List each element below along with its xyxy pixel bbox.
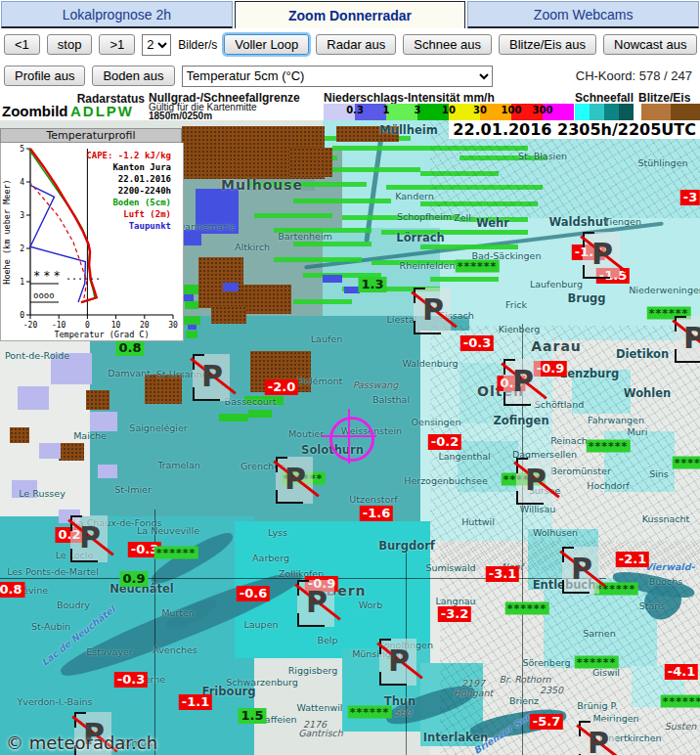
profile-toggle-button[interactable]: Profile aus xyxy=(4,66,85,86)
profile-station-icon[interactable]: P xyxy=(503,359,541,406)
svg-text:CAPE: -1.2 kJ/kg: CAPE: -1.2 kJ/kg xyxy=(86,151,171,160)
place-label: Schöftland xyxy=(535,399,585,410)
nowcast-stripe xyxy=(430,277,499,282)
radar-patch-blue xyxy=(223,283,239,291)
intensity-tick-label: 30 xyxy=(473,105,487,115)
temperature-readout-positive: 1.3 xyxy=(358,277,386,292)
place-label: Laupen xyxy=(243,619,278,630)
step-forward-button[interactable]: >1 xyxy=(99,34,135,55)
place-label: Herzogenbuchsee xyxy=(404,475,488,486)
nowcast-stripe xyxy=(274,257,362,262)
schneefall-colorbar xyxy=(575,104,634,120)
stop-button[interactable]: stop xyxy=(47,34,93,55)
intensity-colorbar: 0.3131030100300 xyxy=(324,104,574,120)
temperature-readout: -5.7 xyxy=(530,714,563,730)
map-center-crosshair xyxy=(327,414,372,459)
intensity-tick-label: 0.3 xyxy=(346,105,364,115)
radar-patch-green xyxy=(185,301,198,309)
place-label: St. Blasien xyxy=(518,151,567,161)
radar-patch-brown xyxy=(10,427,29,443)
radar-patch-lav xyxy=(18,386,49,410)
voller-loop-button[interactable]: Voller Loop xyxy=(224,34,309,55)
ch-koord-label: CH-Koord: 578 / 247 xyxy=(576,68,696,83)
intensity-tick-label: 3 xyxy=(415,105,421,115)
tab-lokalprognose[interactable]: Lokalprognose 2h xyxy=(1,1,233,28)
place-label: Rheinfelden xyxy=(400,260,456,271)
radar-map[interactable]: 22.01.2016 2305h/2205UTC Temperaturprofi… xyxy=(0,120,700,755)
profile-station-icon[interactable]: P xyxy=(562,547,599,594)
boden-toggle-button[interactable]: Boden aus xyxy=(92,66,174,86)
nowcast-stripe xyxy=(420,244,518,249)
blitze-eis-toggle-button[interactable]: Blitze/Eis aus xyxy=(499,34,596,55)
copyright-link[interactable]: © meteoradar.ch xyxy=(6,733,157,753)
place-label: Muri xyxy=(628,426,648,437)
profile-station-icon[interactable]: P xyxy=(297,580,334,627)
radar-status-letters: ADLPW xyxy=(70,103,134,119)
step-back-button[interactable]: <1 xyxy=(4,34,40,55)
place-label: Reinach xyxy=(550,435,588,446)
radar-patch-brown xyxy=(86,390,109,410)
svg-text:5: 5 xyxy=(20,145,24,154)
blitze-segment xyxy=(641,104,671,120)
profile-station-icon[interactable]: P xyxy=(276,457,313,504)
profile-p-glyph: P xyxy=(388,644,410,678)
temperature-readout: -0.3 xyxy=(460,335,494,351)
svg-text:2200-2240h: 2200-2240h xyxy=(118,186,171,196)
profile-station-icon[interactable]: P xyxy=(193,354,230,401)
place-label: Buochs xyxy=(649,576,683,587)
layer-select[interactable]: Temperatur 5cm (°C) xyxy=(182,66,493,87)
fps-select[interactable]: 2 xyxy=(142,34,171,56)
svg-text:***: *** xyxy=(33,269,64,283)
place-label: Saignelégier xyxy=(129,422,187,433)
place-label: Brugg xyxy=(567,291,605,305)
place-label: Müllheim xyxy=(379,123,437,137)
radar-patch-lav xyxy=(90,412,117,431)
nowcast-toggle-button[interactable]: Nowcast aus xyxy=(603,34,697,55)
temperature-readout: -3.1 xyxy=(486,566,519,582)
profile-station-icon[interactable]: P xyxy=(583,232,620,279)
place-label: Yverdon-l.-Bains xyxy=(18,696,93,707)
profile-station-icon[interactable]: P xyxy=(414,288,451,334)
tab-zoom-webcams[interactable]: Zoom Webcams xyxy=(467,1,699,28)
place-label: Moutier xyxy=(288,428,324,439)
snow-symbol-marker: ****** xyxy=(505,602,549,615)
profile-station-icon[interactable]: P xyxy=(516,458,553,505)
place-label: Bartenheim xyxy=(278,231,332,242)
place-label: Boudry xyxy=(57,600,90,610)
tab-zoom-donnerradar[interactable]: Zoom Donnerradar xyxy=(235,1,466,28)
profile-station-icon[interactable]: P xyxy=(579,721,616,755)
snow-symbol-marker: ****** xyxy=(587,440,631,453)
place-label: Kienberg xyxy=(499,324,540,334)
tab-label: Zoom Webcams xyxy=(534,7,634,22)
radar-patch-brown xyxy=(241,285,291,314)
map-datetime: 22.01.2016 2305h/2205UTC xyxy=(449,120,700,139)
place-label: Niederweningen xyxy=(629,285,700,295)
place-label: Pont-de-Roide xyxy=(5,350,69,361)
radar-toggle-button[interactable]: Radar aus xyxy=(316,34,396,55)
place-label: Waldshut xyxy=(549,215,609,229)
place-label: Sins xyxy=(649,468,669,479)
svg-text:2: 2 xyxy=(20,244,24,253)
profile-inset-title: Temperaturprofil xyxy=(0,128,182,143)
place-label: Tiengen xyxy=(604,216,641,227)
crosshair-circle xyxy=(329,417,374,462)
temperature-readout: -3 xyxy=(680,190,700,205)
snow-symbol-marker: ****** xyxy=(456,260,500,273)
temperature-readout: -2.1 xyxy=(616,552,649,567)
nowcast-stripe xyxy=(254,213,332,218)
intensity-tick-label: 100 xyxy=(502,105,522,115)
place-label: Worb xyxy=(359,600,383,610)
schneefall-segment xyxy=(590,104,604,120)
intensity-title: Niederschlags-Intensität mm/h xyxy=(324,91,495,105)
place-label: Aarau xyxy=(531,338,582,354)
profile-station-icon[interactable]: P xyxy=(70,515,108,562)
schnee-toggle-button[interactable]: Schnee aus xyxy=(403,34,492,55)
temperature-readout-positive: 1.5 xyxy=(238,708,266,724)
blitze-segment xyxy=(671,104,700,120)
profile-station-icon[interactable]: P xyxy=(379,639,416,686)
temperature-readout-positive: 0.8 xyxy=(115,340,144,356)
place-label: Murten xyxy=(161,607,195,618)
temperature-readout: -0.3 xyxy=(114,672,148,688)
profile-station-icon[interactable]: P xyxy=(675,316,700,363)
schneefall-label: Schneefall xyxy=(547,91,634,105)
